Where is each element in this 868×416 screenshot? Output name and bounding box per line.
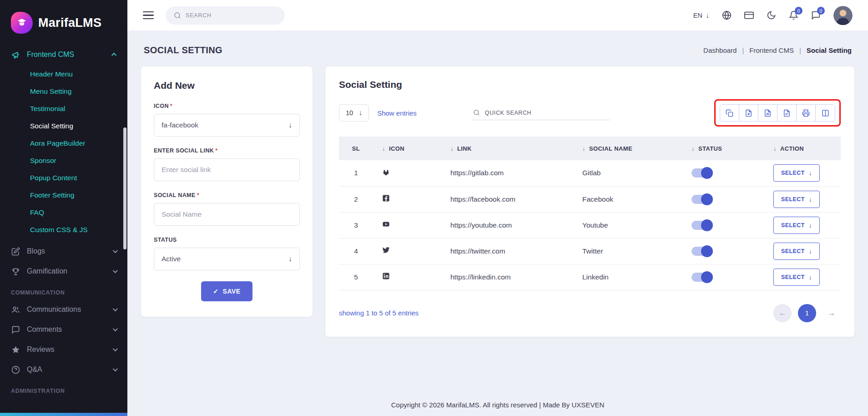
action-select-button[interactable]: SELECT↓ [773, 243, 820, 260]
language-label: EN [693, 12, 702, 19]
cell-action: SELECT↓ [764, 186, 841, 212]
entries-select[interactable]: 10 ↓ [339, 104, 369, 122]
sidebar-item-footer-setting[interactable]: Footer Setting [0, 187, 127, 204]
sidebar-item-label: Social Setting [30, 122, 73, 130]
avatar[interactable] [833, 6, 853, 25]
required-marker: * [197, 192, 199, 198]
notification-badge: 0 [795, 7, 802, 15]
language-selector[interactable]: EN ↓ [693, 11, 709, 20]
notifications-button[interactable]: 0 [789, 10, 798, 20]
social-name-input[interactable] [161, 210, 292, 218]
sidebar-item-label: FAQ [30, 208, 44, 216]
cell-status [682, 264, 764, 290]
quick-search-input[interactable] [485, 110, 608, 116]
frontend-cms-submenu: Header Menu Menu Setting Testimonial Soc… [0, 65, 127, 241]
action-select-button[interactable]: SELECT↓ [773, 269, 820, 286]
breadcrumb: Dashboard | Frontend CMS | Social Settin… [703, 46, 852, 54]
topbar-search [166, 6, 285, 25]
sidebar-item-social-setting[interactable]: Social Setting [0, 117, 127, 135]
status-toggle[interactable] [691, 273, 712, 282]
status-select[interactable]: Active ↓ [154, 248, 300, 270]
column-header-sl[interactable]: SL [339, 137, 373, 160]
breadcrumb-dashboard[interactable]: Dashboard [703, 46, 737, 54]
messages-button[interactable]: 0 [811, 10, 821, 20]
status-toggle[interactable] [691, 247, 712, 256]
action-select-button[interactable]: SELECT↓ [773, 164, 820, 182]
required-marker: * [215, 147, 217, 154]
social-link-input[interactable] [161, 166, 292, 174]
save-button[interactable]: ✓ SAVE [201, 281, 252, 301]
sidebar-item-label: Custom CSS & JS [30, 226, 88, 233]
avatar-image [833, 6, 853, 25]
sidebar-item-testimonial[interactable]: Testimonial [0, 100, 127, 117]
column-header-action[interactable]: ↓ACTION [764, 137, 841, 160]
add-new-card: Add New ICON* fa-facebook ↓ ENTER SOCIAL… [141, 66, 313, 317]
column-header-link[interactable]: ↓LINK [441, 137, 573, 160]
sidebar-scrollbar[interactable] [123, 127, 126, 249]
sidebar-item-gamification[interactable]: Gamification [0, 261, 127, 281]
sidebar-item-frontend-cms[interactable]: Frontend CMS [0, 45, 127, 65]
csv-file-icon [764, 109, 772, 117]
search-icon [473, 109, 480, 116]
cell-icon [373, 212, 441, 238]
page-number-button[interactable]: 1 [798, 304, 816, 322]
dark-mode-button[interactable] [767, 10, 776, 20]
next-page-button[interactable]: → [823, 304, 841, 322]
breadcrumb-frontend-cms[interactable]: Frontend CMS [749, 46, 794, 54]
cell-action: SELECT↓ [764, 212, 841, 238]
csv-export-button[interactable] [758, 105, 777, 121]
card-title: Social Setting [325, 79, 854, 90]
sidebar-horizontal-scrollbar[interactable] [0, 413, 127, 416]
copyright-text: Copyright © 2026 MarifaLMS. All rights r… [391, 401, 604, 409]
sidebar-item-sponsor[interactable]: Sponsor [0, 152, 127, 169]
column-header-status[interactable]: ↓STATUS [682, 137, 764, 160]
table-controls: 10 ↓ Show entries [325, 99, 854, 127]
apps-button[interactable] [744, 10, 754, 20]
sidebar-menu: Frontend CMS Header Menu Menu Setting Te… [0, 44, 127, 398]
sidebar-item-blogs[interactable]: Blogs [0, 241, 127, 261]
sidebar-item-label: Footer Setting [30, 191, 74, 199]
sidebar-item-popup-content[interactable]: Popup Content [0, 169, 127, 187]
sidebar-item-communications[interactable]: Communications [0, 299, 127, 320]
sort-icon: ↓ [773, 145, 777, 152]
search-icon [174, 12, 181, 19]
select-button-label: SELECT [781, 196, 805, 203]
menu-toggle-button[interactable] [143, 11, 154, 20]
cell-sl: 2 [339, 186, 373, 212]
column-visibility-button[interactable] [816, 105, 835, 121]
print-button[interactable] [797, 105, 816, 121]
sidebar-item-label: Comments [27, 325, 106, 334]
required-marker: * [170, 103, 172, 109]
sidebar-item-header-menu[interactable]: Header Menu [0, 66, 127, 83]
column-header-icon[interactable]: ↓ICON [373, 137, 441, 160]
status-toggle[interactable] [691, 195, 712, 204]
brand[interactable]: MarifaLMS [0, 0, 127, 44]
status-toggle[interactable] [691, 168, 712, 178]
status-toggle[interactable] [691, 221, 712, 230]
status-select-value: Active [161, 255, 181, 263]
excel-export-button[interactable] [739, 105, 758, 121]
action-select-button[interactable]: SELECT↓ [773, 217, 820, 234]
field-label-text: SOCIAL NAME [154, 192, 196, 198]
sidebar-item-label: Popup Content [30, 174, 77, 182]
sidebar-item-label: Header Menu [30, 70, 73, 78]
globe-button[interactable] [722, 10, 732, 20]
action-select-button[interactable]: SELECT↓ [773, 191, 820, 208]
sidebar-item-label: Menu Setting [30, 87, 71, 95]
sidebar-item-faq[interactable]: FAQ [0, 204, 127, 221]
sidebar-item-custom-css-js[interactable]: Custom CSS & JS [0, 221, 127, 238]
previous-page-button[interactable]: ← [773, 304, 792, 322]
sidebar-item-reviews[interactable]: Reviews [0, 340, 127, 360]
pdf-export-button[interactable] [777, 105, 797, 121]
copy-button[interactable] [720, 105, 739, 121]
icon-select[interactable]: fa-facebook ↓ [154, 114, 300, 137]
sidebar-item-qa[interactable]: Q&A [0, 360, 127, 380]
sidebar-item-comments[interactable]: Comments [0, 320, 127, 340]
cell-icon [373, 264, 441, 290]
sidebar-item-aora-pagebuilder[interactable]: Aora PageBuilder [0, 135, 127, 152]
column-header-social-name[interactable]: ↓SOCIAL NAME [573, 137, 682, 160]
toggle-knob [701, 167, 713, 179]
search-input[interactable] [186, 12, 277, 19]
sidebar-item-menu-setting[interactable]: Menu Setting [0, 83, 127, 100]
cell-sl: 1 [339, 160, 373, 186]
